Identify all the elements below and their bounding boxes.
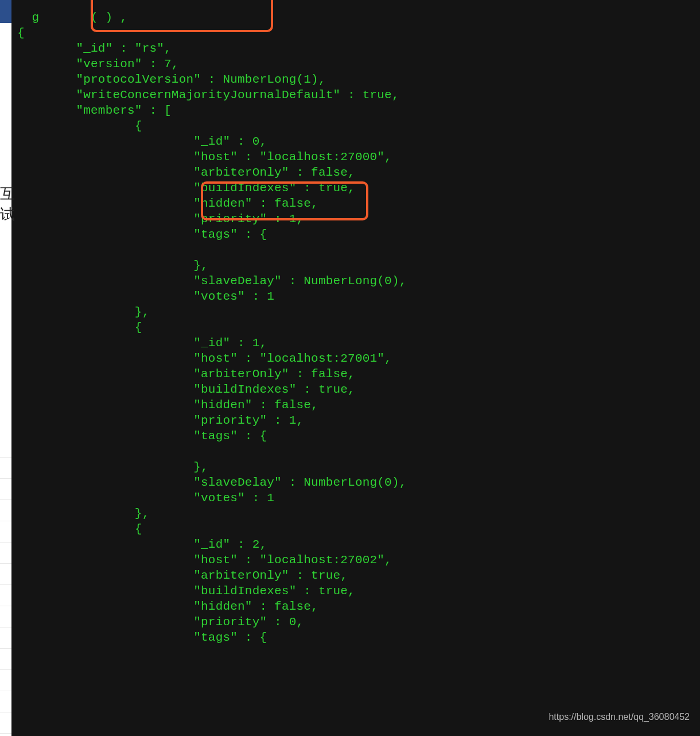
side-char-a: 互 xyxy=(0,184,15,204)
cfg-proto-val: NumberLong(1) xyxy=(223,73,318,86)
m0-id: 0 xyxy=(252,135,260,148)
cfg-id-val: "rs" xyxy=(135,42,164,55)
m2-tags: { xyxy=(259,631,267,644)
cfg-version-val: 7 xyxy=(164,57,172,71)
m1-arb: false xyxy=(311,367,348,381)
page-root: g ( ) , { "_id" : "rs", "version" : 7, "… xyxy=(0,0,700,736)
left-blue-block xyxy=(0,0,11,23)
m0-arb: false xyxy=(311,166,348,179)
m1-sd: NumberLong(0) xyxy=(304,476,399,489)
cfg-id-key: "_id" xyxy=(76,42,112,55)
m0-pri: 1 xyxy=(289,212,297,226)
watermark-text: https://blog.csdn.net/qq_36080452 xyxy=(549,712,690,722)
cfg-proto-key: "protocolVersion" xyxy=(76,73,201,86)
m0-host: localhost:27000 xyxy=(267,150,377,164)
m0-hidden: false xyxy=(274,197,311,210)
m2-bidx: true xyxy=(318,584,348,598)
m1-host: localhost:27001 xyxy=(267,352,377,365)
code-block: g ( ) , { "_id" : "rs", "version" : 7, "… xyxy=(17,0,407,645)
cfg-version-key: "version" xyxy=(76,57,142,71)
terminal-window[interactable]: g ( ) , { "_id" : "rs", "version" : 7, "… xyxy=(11,0,700,736)
cmd-fragment: g ( ) , xyxy=(17,11,127,24)
m1-bidx: true xyxy=(318,383,348,396)
m2-arb: true xyxy=(311,569,340,582)
cfg-wcm-key: "writeConcernMajorityJournalDefault" xyxy=(76,88,340,102)
m0-tags: { xyxy=(259,228,267,241)
m1-tags: { xyxy=(259,429,267,443)
m2-hidden: false xyxy=(274,600,311,613)
cfg-wcm-val: true xyxy=(363,88,392,102)
m2-id: 2 xyxy=(252,538,260,551)
side-char-b: 试 xyxy=(0,204,15,224)
m2-pri: 0 xyxy=(289,615,297,629)
m1-pri: 1 xyxy=(289,414,297,427)
m0-votes: 1 xyxy=(267,290,274,303)
m1-votes: 1 xyxy=(267,491,274,505)
cfg-members-key: "members" xyxy=(76,104,142,117)
m0-bidx: true xyxy=(318,181,348,195)
m0-sd: NumberLong(0) xyxy=(304,274,399,288)
m2-host: localhost:27002 xyxy=(267,553,377,567)
left-row-lines xyxy=(0,436,11,735)
m1-id: 1 xyxy=(252,336,260,350)
m1-hidden: false xyxy=(274,398,311,412)
open-brace: { xyxy=(17,26,25,40)
